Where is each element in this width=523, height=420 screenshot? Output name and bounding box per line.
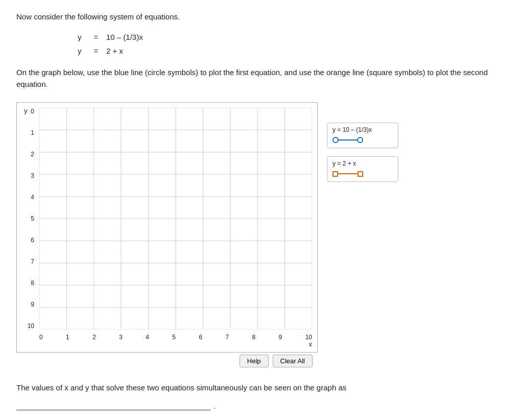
x-axis-label: x bbox=[309, 340, 313, 348]
x-axis-numbers: 0 1 2 3 4 5 6 7 8 9 10 bbox=[39, 334, 312, 341]
eq2-equals: = bbox=[92, 44, 100, 58]
blue-circle-right bbox=[357, 137, 363, 143]
help-button[interactable]: Help bbox=[240, 355, 269, 367]
answer-input[interactable] bbox=[16, 399, 210, 410]
legend-label-1: y = 10 – (1/3)x bbox=[332, 126, 392, 133]
instructions-text: On the graph below, use the blue line (c… bbox=[16, 67, 507, 90]
orange-line bbox=[332, 173, 363, 174]
legend-line-blue bbox=[332, 135, 392, 145]
blue-line bbox=[332, 139, 363, 141]
legend-line-orange bbox=[332, 169, 392, 178]
period: . bbox=[213, 402, 216, 410]
graph-section: y 10 9 8 7 6 5 4 3 2 1 0 0 1 2 3 4 bbox=[16, 102, 507, 367]
legend-area: y = 10 – (1/3)x y = 2 + x bbox=[327, 102, 398, 367]
legend-item-1: y = 10 – (1/3)x bbox=[327, 123, 398, 148]
eq2-rhs: 2 + x bbox=[106, 44, 123, 58]
eq1-var: y bbox=[78, 30, 86, 44]
bottom-text: The values of x and y that solve these t… bbox=[16, 382, 507, 394]
orange-square-left bbox=[332, 171, 338, 177]
eq1-equals: = bbox=[92, 30, 100, 44]
answer-line: . bbox=[16, 399, 507, 410]
equations-block: y = 10 – (1/3)x y = 2 + x bbox=[78, 30, 507, 58]
grid-svg bbox=[39, 108, 312, 330]
legend-item-2: y = 2 + x bbox=[327, 156, 398, 182]
eq1-rhs: 10 – (1/3)x bbox=[106, 30, 143, 44]
clear-all-button[interactable]: Clear All bbox=[273, 355, 313, 367]
graph-buttons-row: Help Clear All bbox=[16, 355, 318, 367]
intro-text: Now consider the following system of equ… bbox=[16, 12, 507, 21]
orange-square-right bbox=[358, 171, 363, 177]
blue-circle-left bbox=[332, 137, 339, 143]
legend-label-2: y = 2 + x bbox=[332, 160, 392, 167]
eq2-var: y bbox=[78, 44, 86, 58]
y-axis-numbers: 10 9 8 7 6 5 4 3 2 1 0 bbox=[17, 108, 36, 330]
graph-container[interactable]: y 10 9 8 7 6 5 4 3 2 1 0 0 1 2 3 4 bbox=[16, 102, 318, 353]
graph-inner bbox=[39, 108, 312, 330]
